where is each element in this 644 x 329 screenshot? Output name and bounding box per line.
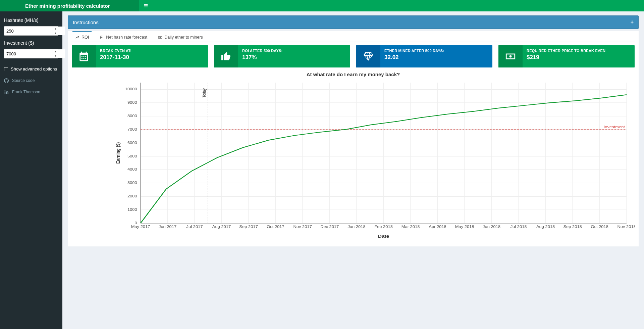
stat-roi-value: 137% [242, 54, 346, 61]
stat-row: BREAK EVEN AT:2017-11-30 ROI AFTER 500 D… [72, 45, 635, 67]
calendar-icon [78, 51, 90, 62]
svg-text:5000: 5000 [127, 154, 137, 158]
svg-text:7000: 7000 [127, 127, 137, 131]
cash-icon [505, 51, 516, 62]
flag-icon [100, 35, 104, 40]
svg-text:Nov 2017: Nov 2017 [293, 225, 312, 229]
svg-text:Apr 2018: Apr 2018 [429, 225, 446, 229]
svg-text:Mar 2018: Mar 2018 [401, 225, 420, 229]
tab-roi[interactable]: ROI [74, 33, 90, 42]
svg-text:Oct 2017: Oct 2017 [267, 225, 284, 229]
stat-break-even-value: 2017-11-30 [100, 54, 204, 61]
diamond-icon [363, 51, 374, 62]
svg-text:Aug 2018: Aug 2018 [536, 225, 555, 229]
tab-daily[interactable]: Daily ether to miners [157, 33, 204, 42]
main-card: ROI Net hash rate forecast Daily ether t… [68, 31, 639, 246]
stat-roi-label: ROI AFTER 500 DAYS: [242, 49, 346, 53]
svg-text:Earning ($): Earning ($) [115, 142, 121, 164]
advanced-toggle[interactable]: Show advanced options [4, 66, 58, 72]
svg-text:Investment: Investment [604, 125, 625, 129]
svg-text:Today: Today [201, 88, 206, 97]
stat-roi: ROI AFTER 500 DAYS:137% [214, 45, 350, 67]
svg-text:0: 0 [135, 221, 137, 225]
svg-text:Jul 2017: Jul 2017 [186, 225, 203, 229]
tabs: ROI Net hash rate forecast Daily ether t… [71, 31, 635, 42]
advanced-label: Show advanced options [11, 66, 57, 72]
svg-text:May 2018: May 2018 [455, 225, 474, 229]
svg-text:Sep 2017: Sep 2017 [239, 225, 258, 229]
app-title: Ether mining profitability calculator [0, 0, 139, 11]
expand-icon[interactable]: + [631, 19, 634, 25]
svg-text:Nov 2018: Nov 2018 [617, 225, 635, 229]
chart-title: At what rate do I earn my money back? [71, 72, 635, 77]
svg-text:9000: 9000 [127, 100, 137, 104]
money-icon [158, 35, 162, 40]
svg-text:Oct 2018: Oct 2018 [591, 225, 608, 229]
svg-text:1000: 1000 [127, 207, 137, 211]
svg-rect-3 [158, 36, 162, 38]
svg-text:4000: 4000 [127, 168, 137, 171]
stat-mined-label: ETHER MINED AFTER 500 DAYS: [384, 49, 488, 53]
stat-break-even: BREAK EVEN AT:2017-11-30 [72, 45, 208, 67]
thumbs-up-icon [220, 51, 232, 62]
svg-text:10000: 10000 [125, 87, 138, 91]
roi-chart: 0100020003000400050006000700080009000100… [71, 79, 635, 240]
tab-forecast[interactable]: Net hash rate forecast [98, 33, 149, 42]
tab-forecast-label: Net hash rate forecast [106, 35, 147, 40]
svg-point-4 [160, 37, 161, 38]
stat-mined-value: 32.02 [384, 54, 488, 61]
sidebar: Hashrate (MH/s) ▲▼ Investment ($) ▲▼ Sho… [0, 11, 62, 329]
svg-text:Date: Date [378, 234, 389, 238]
investment-label: Investment ($) [4, 40, 58, 46]
svg-text:Aug 2017: Aug 2017 [212, 225, 231, 229]
svg-text:Jun 2017: Jun 2017 [159, 225, 176, 229]
github-icon [4, 78, 9, 83]
topbar: Ether mining profitability calculator [0, 0, 644, 11]
tab-roi-label: ROI [82, 35, 89, 40]
hamburger-button[interactable] [139, 0, 153, 11]
svg-text:3000: 3000 [127, 181, 137, 185]
svg-text:Dec 2017: Dec 2017 [320, 225, 339, 229]
hamburger-icon [144, 3, 148, 8]
svg-text:2000: 2000 [127, 194, 137, 198]
svg-text:6000: 6000 [127, 141, 137, 144]
tab-daily-label: Daily ether to miners [164, 35, 203, 40]
hashrate-label: Hashrate (MH/s) [4, 17, 58, 23]
svg-text:Jun 2018: Jun 2018 [483, 225, 500, 229]
svg-text:Jul 2018: Jul 2018 [511, 225, 527, 229]
sidebar-link-source-label: Source code [12, 78, 35, 83]
hashrate-spinner[interactable]: ▲▼ [53, 27, 58, 35]
svg-text:Jan 2018: Jan 2018 [347, 225, 365, 229]
instructions-title: Instructions [73, 19, 99, 25]
chart-line-icon [75, 35, 79, 40]
stat-price-label: REQUIRED ETHER PRICE TO BREAK EVEN [527, 49, 631, 53]
sidebar-link-author[interactable]: Frank Thomson [4, 90, 58, 94]
svg-text:Feb 2018: Feb 2018 [374, 225, 393, 229]
hashrate-input-wrap: ▲▼ [4, 26, 58, 36]
investment-input-wrap: ▲▼ [4, 49, 58, 58]
checkbox-icon [4, 67, 8, 71]
content: Instructions + ROI Net hash rate forecas… [62, 11, 644, 329]
sidebar-link-author-label: Frank Thomson [12, 90, 40, 94]
sidebar-link-source[interactable]: Source code [4, 78, 58, 83]
linkedin-icon [4, 90, 9, 94]
investment-spinner[interactable]: ▲▼ [53, 49, 58, 58]
stat-price-value: $219 [527, 54, 631, 61]
instructions-panel[interactable]: Instructions + [68, 15, 639, 29]
svg-text:Sep 2018: Sep 2018 [563, 225, 582, 229]
svg-text:8000: 8000 [127, 114, 137, 117]
stat-break-even-label: BREAK EVEN AT: [100, 49, 204, 53]
svg-text:May 2017: May 2017 [131, 225, 150, 229]
stat-mined: ETHER MINED AFTER 500 DAYS:32.02 [356, 45, 492, 67]
stat-price: REQUIRED ETHER PRICE TO BREAK EVEN$219 [498, 45, 635, 67]
